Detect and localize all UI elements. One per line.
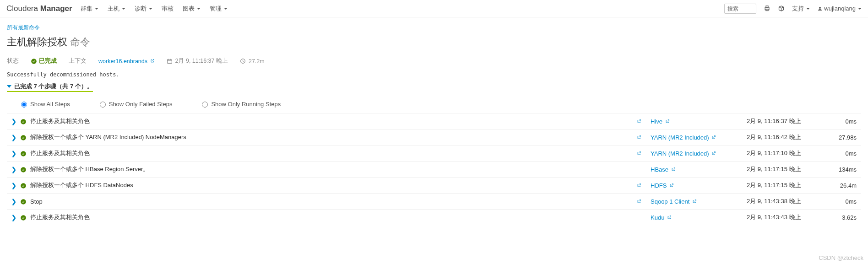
brand-bold: Manager — [40, 4, 72, 13]
service-link[interactable]: Sqoop 1 Client — [651, 198, 697, 205]
table-row: ❯停止服务及其相关角色Kudu 2月 9, 11:43:43 晚上3.62s — [7, 210, 861, 226]
time-info: 2月 9, 11:16:37 晚上 — [167, 57, 228, 65]
steps-table: ❯停止服务及其相关角色Hive 2月 9, 11:16:37 晚上0ms❯解除授… — [7, 113, 861, 225]
caret-icon — [149, 8, 152, 10]
service-link[interactable]: YARN (MR2 Included) — [651, 150, 716, 157]
step-duration: 134ms — [825, 162, 861, 178]
brand[interactable]: Cloudera Manager — [6, 4, 72, 13]
nav-diagnostics[interactable]: 诊断 — [135, 5, 152, 13]
service-link[interactable]: HDFS — [651, 182, 674, 189]
nav-left: 群集 主机 诊断 审核 图表 管理 — [81, 5, 228, 13]
expand-icon[interactable]: ❯ — [11, 166, 16, 173]
table-row: ❯解除授权一个或多个 HBase Region Server。HBase 2月 … — [7, 162, 861, 178]
filter-failed[interactable]: Show Only Failed Steps — [98, 100, 173, 108]
check-circle-icon — [20, 118, 27, 125]
step-name: 停止服务及其相关角色 — [30, 149, 90, 157]
step-time: 2月 9, 11:17:10 晚上 — [742, 145, 825, 162]
expand-icon[interactable]: ❯ — [11, 150, 16, 157]
expand-icon[interactable]: ❯ — [11, 118, 16, 125]
svg-rect-1 — [766, 6, 768, 7]
service-link[interactable]: Hive — [651, 118, 670, 125]
context-link[interactable]: worker16.enbrands — [98, 58, 155, 65]
expand-icon[interactable]: ❯ — [11, 134, 16, 141]
check-circle-icon — [20, 134, 27, 141]
step-external-link[interactable] — [636, 134, 641, 141]
steps-summary-toggle[interactable]: 已完成 7 个步骤（共 7 个）。 — [7, 82, 93, 92]
check-circle-icon — [20, 166, 27, 173]
nav-right: 支持 wujianqiang — [724, 4, 862, 14]
step-duration: 0ms — [825, 194, 861, 210]
calendar-icon — [167, 58, 173, 64]
svg-point-12 — [21, 199, 26, 205]
step-time: 2月 9, 11:16:42 晚上 — [742, 129, 825, 145]
step-duration: 26.4m — [825, 178, 861, 194]
page-title: 主机解除授权 命令 — [7, 35, 861, 49]
svg-rect-5 — [167, 59, 172, 64]
service-link[interactable]: HBase — [651, 166, 676, 173]
chevron-down-icon — [7, 85, 11, 88]
clock-icon — [240, 58, 246, 64]
caret-icon — [858, 8, 862, 10]
step-external-link[interactable] — [636, 182, 641, 189]
step-name: Stop — [30, 198, 43, 205]
table-row: ❯停止服务及其相关角色YARN (MR2 Included) 2月 9, 11:… — [7, 145, 861, 162]
caret-icon — [224, 8, 228, 10]
svg-point-4 — [31, 59, 37, 64]
table-row: ❯StopSqoop 1 Client 2月 9, 11:43:38 晚上0ms — [7, 194, 861, 210]
duration-info: 27.2m — [240, 58, 265, 65]
expand-icon[interactable]: ❯ — [11, 182, 16, 189]
service-link[interactable]: Kudu — [651, 214, 672, 221]
svg-point-10 — [21, 167, 26, 172]
nav-user[interactable]: wujianqiang — [817, 5, 862, 12]
step-name: 停止服务及其相关角色 — [30, 117, 90, 125]
nav-audit[interactable]: 审核 — [162, 5, 174, 13]
table-row: ❯解除授权一个或多个 YARN (MR2 Included) NodeManag… — [7, 129, 861, 145]
nav-hosts[interactable]: 主机 — [108, 5, 125, 13]
info-row: 状态 已完成 上下文 worker16.enbrands 2月 9, 11:16… — [7, 57, 861, 65]
print-icon[interactable] — [764, 5, 770, 12]
nav-charts[interactable]: 图表 — [183, 5, 201, 13]
check-circle-icon — [20, 182, 27, 189]
brand-light: Cloudera — [6, 4, 40, 13]
filter-running[interactable]: Show Only Running Steps — [200, 100, 281, 108]
step-time: 2月 9, 11:17:15 晚上 — [742, 178, 825, 194]
result-message: Successfully decommissioned hosts. — [7, 71, 861, 78]
expand-icon[interactable]: ❯ — [11, 214, 16, 221]
table-row: ❯解除授权一个或多个 HDFS DataNodesHDFS 2月 9, 11:1… — [7, 178, 861, 194]
caret-icon — [95, 8, 98, 10]
svg-point-8 — [21, 135, 26, 140]
step-time: 2月 9, 11:16:37 晚上 — [742, 113, 825, 129]
svg-point-9 — [21, 151, 26, 156]
nav-support[interactable]: 支持 — [792, 5, 810, 13]
step-name: 解除授权一个或多个 YARN (MR2 Included) NodeManage… — [30, 133, 186, 141]
step-name: 解除授权一个或多个 HBase Region Server。 — [30, 165, 149, 173]
step-external-link[interactable] — [636, 198, 641, 205]
caret-icon — [197, 8, 201, 10]
nav-admin[interactable]: 管理 — [210, 5, 228, 13]
search-input[interactable] — [724, 4, 756, 14]
state-value: 已完成 — [31, 57, 57, 65]
step-duration: 3.62s — [825, 210, 861, 226]
step-external-link[interactable] — [636, 150, 641, 157]
check-circle-icon — [20, 150, 27, 157]
parcels-icon[interactable] — [778, 5, 785, 12]
filter-all[interactable]: Show All Steps — [19, 100, 70, 108]
breadcrumb[interactable]: 所有最新命令 — [7, 24, 861, 32]
svg-point-7 — [21, 119, 26, 124]
user-icon — [817, 6, 823, 11]
service-link[interactable]: YARN (MR2 Included) — [651, 134, 716, 141]
state-label: 状态 — [7, 57, 19, 65]
check-circle-icon — [20, 198, 27, 205]
expand-icon[interactable]: ❯ — [11, 198, 16, 205]
svg-point-11 — [21, 183, 26, 189]
check-circle-icon — [31, 58, 37, 65]
step-name: 停止服务及其相关角色 — [30, 213, 90, 221]
svg-point-3 — [819, 7, 821, 9]
external-link-icon — [150, 59, 155, 63]
step-duration: 27.98s — [825, 129, 861, 145]
step-filters: Show All Steps Show Only Failed Steps Sh… — [7, 98, 861, 113]
step-external-link[interactable] — [636, 118, 641, 125]
caret-icon — [122, 8, 125, 10]
table-row: ❯停止服务及其相关角色Hive 2月 9, 11:16:37 晚上0ms — [7, 113, 861, 129]
nav-clusters[interactable]: 群集 — [81, 5, 98, 13]
